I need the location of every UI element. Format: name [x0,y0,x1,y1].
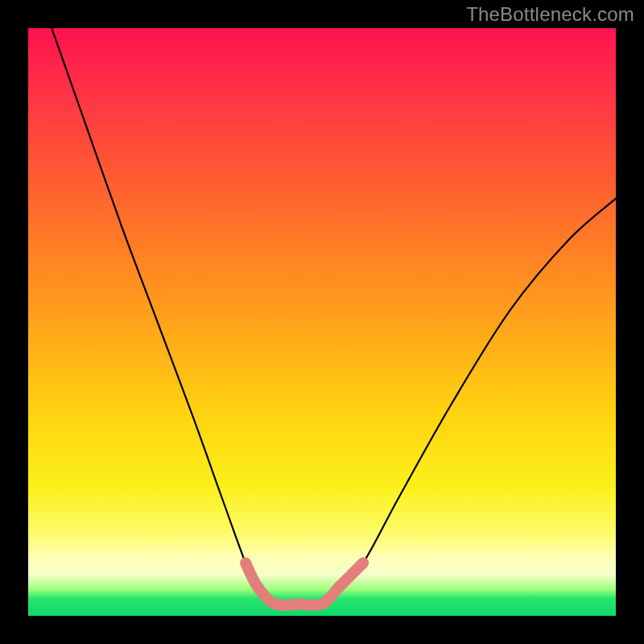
valley-overlay [246,563,363,605]
chart-frame: TheBottleneck.com [0,0,644,644]
bottleneck-curve [52,28,616,605]
plot-area [28,28,616,616]
watermark-text: TheBottleneck.com [466,3,634,26]
curve-layer [28,28,616,616]
